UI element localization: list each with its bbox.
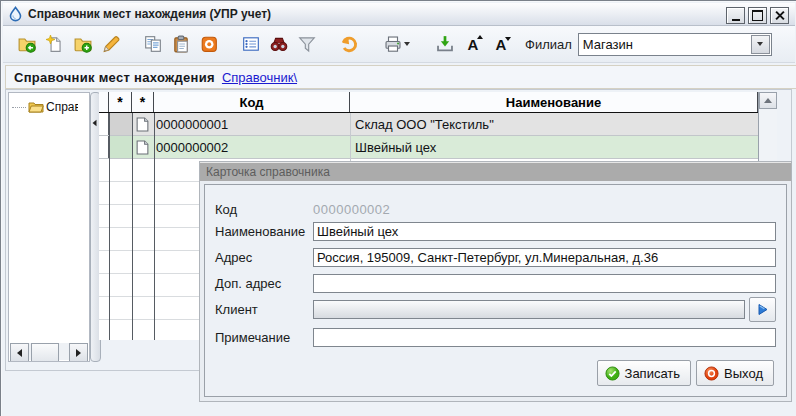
header-star1[interactable]: * <box>109 92 132 112</box>
filter-button[interactable] <box>293 30 321 58</box>
chevron-down-icon <box>757 42 763 46</box>
window-title: Справочник мест нахождения (УПР учет) <box>28 7 271 21</box>
copy-icon <box>144 35 162 53</box>
breadcrumb: Справочник мест нахождения Справочник\ <box>5 65 796 89</box>
export-button[interactable] <box>431 30 459 58</box>
delete-button[interactable] <box>195 30 223 58</box>
filial-label: Филиал <box>525 37 572 52</box>
filial-combobox-dropdown-button[interactable] <box>751 35 770 54</box>
folder-back-button[interactable] <box>13 30 41 58</box>
filial-combobox[interactable]: Магазин <box>578 33 772 56</box>
header-code[interactable]: Код <box>154 92 350 112</box>
field-label-note: Примечание <box>215 330 313 345</box>
client-lookup-button[interactable] <box>749 297 776 322</box>
edit-button[interactable] <box>97 30 125 58</box>
edit-pencil-icon <box>102 35 120 53</box>
document-icon <box>136 140 149 155</box>
cell-code[interactable]: 0000000002 <box>154 136 350 158</box>
minimize-icon <box>732 19 740 21</box>
app-window: Справочник мест нахождения (УПР учет) <box>0 0 796 416</box>
field-value-code: 0000000002 <box>313 202 390 217</box>
new-document-button[interactable] <box>41 30 69 58</box>
scroll-up-button[interactable] <box>759 92 777 109</box>
dialog-title: Карточка справочника <box>200 162 791 181</box>
grid-line <box>154 113 155 340</box>
name-field[interactable] <box>313 222 776 241</box>
check-circle-icon <box>605 366 620 381</box>
new-document-icon <box>46 35 64 53</box>
tree-horizontal-scrollbar[interactable] <box>10 343 88 360</box>
card-dialog: Карточка справочника Код 0000000002 Наим… <box>199 161 792 402</box>
title-bar[interactable]: Справочник мест нахождения (УПР учет) <box>3 3 795 26</box>
list-view-icon <box>242 35 260 53</box>
table-header: * * Код Наименование <box>99 92 758 113</box>
power-circle-icon <box>704 366 719 381</box>
undo-icon <box>340 35 358 53</box>
tree-root-label: Справочник <box>46 100 78 114</box>
undo-button[interactable] <box>335 30 363 58</box>
extra-address-field[interactable] <box>313 274 776 293</box>
breadcrumb-link[interactable]: Справочник\ <box>222 70 297 85</box>
filial-combobox-value: Магазин <box>579 37 750 52</box>
row-indicator-cell <box>99 113 109 135</box>
font-decrease-icon <box>496 37 507 52</box>
search-button[interactable] <box>265 30 293 58</box>
field-label-extra-address: Доп. адрес <box>215 276 313 291</box>
grid-line <box>132 113 133 340</box>
play-arrow-icon <box>756 303 769 316</box>
scrollbar-track[interactable] <box>59 343 69 360</box>
app-drop-icon <box>7 6 24 23</box>
font-decrease-button[interactable] <box>487 30 515 58</box>
cell-code[interactable]: 0000000001 <box>154 113 350 135</box>
close-button[interactable] <box>770 7 789 24</box>
cell-name[interactable]: Швейный цех <box>350 136 758 158</box>
export-save-icon <box>436 35 454 53</box>
scroll-right-button[interactable] <box>69 343 88 362</box>
toolbar: Филиал Магазин <box>3 26 795 63</box>
header-indicator-cell <box>99 92 109 112</box>
print-button[interactable] <box>377 30 417 58</box>
tree-root-item[interactable]: Справочник <box>9 97 89 117</box>
paste-button[interactable] <box>167 30 195 58</box>
print-icon <box>384 35 402 53</box>
field-label-name: Наименование <box>215 224 313 239</box>
font-increase-button[interactable] <box>459 30 487 58</box>
note-field[interactable] <box>313 328 776 347</box>
field-label-client: Клиент <box>215 302 313 317</box>
client-field[interactable] <box>313 300 745 319</box>
search-binoculars-icon <box>270 35 288 53</box>
font-increase-icon <box>468 37 479 52</box>
tree-connector <box>12 107 26 108</box>
minimize-button[interactable] <box>726 7 745 24</box>
header-star2[interactable]: * <box>132 92 154 112</box>
open-folder-icon <box>28 100 44 114</box>
scrollbar-thumb[interactable] <box>31 343 59 362</box>
address-field[interactable] <box>313 248 776 267</box>
grid-line <box>109 113 110 340</box>
exit-button[interactable]: Выход <box>696 360 774 386</box>
add-folder-button[interactable] <box>69 30 97 58</box>
field-label-code: Код <box>215 202 313 217</box>
cell-name[interactable]: Склад ООО "Текстиль" <box>350 113 758 135</box>
folder-back-icon <box>18 35 36 53</box>
dialog-body: Код 0000000002 Наименование Адрес Доп. а… <box>204 184 787 397</box>
filter-funnel-icon <box>298 35 316 53</box>
save-button[interactable]: Записать <box>597 360 692 386</box>
paste-icon <box>172 35 190 53</box>
copy-button[interactable] <box>139 30 167 58</box>
tree-panel: Справочник <box>8 92 90 362</box>
close-icon <box>775 11 784 20</box>
row-star1-cell <box>109 113 132 135</box>
list-view-button[interactable] <box>237 30 265 58</box>
table-row[interactable]: 0000000001 Склад ООО "Текстиль" <box>99 113 758 136</box>
header-name[interactable]: Наименование <box>350 92 758 112</box>
maximize-button[interactable] <box>748 7 767 24</box>
row-star1-cell <box>109 136 132 158</box>
collapse-arrow-icon <box>93 120 97 126</box>
print-dropdown-icon <box>404 42 410 46</box>
arrow-left-icon <box>17 349 22 357</box>
scroll-left-button[interactable] <box>10 343 29 362</box>
table-row[interactable]: 0000000002 Швейный цех <box>99 136 758 159</box>
add-folder-icon <box>74 35 92 53</box>
exit-button-label: Выход <box>724 366 763 381</box>
